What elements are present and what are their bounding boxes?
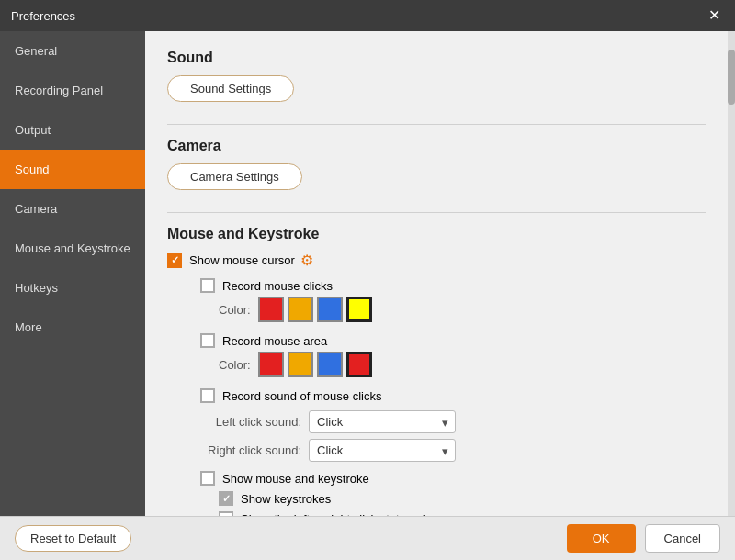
sidebar-item-hotkeys[interactable]: Hotkeys [0,268,145,308]
left-click-sound-select[interactable]: Click [309,410,456,433]
ok-button[interactable]: OK [567,524,636,553]
sound-section-title: Sound [167,50,706,66]
window-title: Preferences [11,9,75,23]
camera-section-title: Camera [167,138,706,154]
sidebar-item-output[interactable]: Output [0,110,145,150]
sidebar-item-sound[interactable]: Sound [0,150,145,189]
content-wrapper: Sound Sound Settings Camera Camera Setti… [145,31,735,516]
left-click-sound-label: Left click sound: [200,415,301,429]
divider-2 [167,212,706,213]
mouse-keystroke-section-title: Mouse and Keystroke [167,226,706,242]
click-colors-row: Color: [200,297,706,322]
record-mouse-area-row: Record mouse area [200,333,706,348]
scrollbar-thumb[interactable] [728,50,735,105]
record-sound-label[interactable]: Record sound of mouse clicks [200,388,381,403]
left-click-select-wrapper: Click [309,410,456,433]
cancel-button[interactable]: Cancel [645,524,720,553]
record-mouse-area-checkbox[interactable] [200,333,215,348]
record-mouse-clicks-row: Record mouse clicks [200,278,706,293]
sidebar: General Recording Panel Output Sound Cam… [0,31,145,516]
right-click-sound-select[interactable]: Click [309,439,456,462]
click-color-red[interactable] [258,297,284,322]
title-bar: Preferences ✕ [0,0,735,31]
record-mouse-area-label[interactable]: Record mouse area [200,333,327,348]
right-click-select-wrapper: Click [309,439,456,462]
show-mouse-keystroke-checkbox[interactable] [200,471,215,486]
area-color-orange[interactable] [288,352,313,377]
area-color-red[interactable] [258,352,284,377]
show-lr-click-row: Show the left or right click status of m… [219,511,706,516]
record-mouse-clicks-checkbox[interactable] [200,278,215,293]
footer: Reset to Default OK Cancel [0,516,735,560]
sound-settings-button[interactable]: Sound Settings [167,75,294,102]
main-content: General Recording Panel Output Sound Cam… [0,31,735,516]
sidebar-item-mouse-keystroke[interactable]: Mouse and Keystroke [0,229,145,268]
reset-to-default-button[interactable]: Reset to Default [15,525,131,552]
show-keystrokes-label[interactable]: Show keystrokes [219,491,331,506]
close-button[interactable]: ✕ [705,6,724,25]
show-keystrokes-checkbox[interactable] [219,491,233,506]
preferences-window: Preferences ✕ General Recording Panel Ou… [0,0,735,560]
gear-icon[interactable]: ⚙ [300,252,313,269]
record-mouse-clicks-label[interactable]: Record mouse clicks [200,278,333,293]
click-color-yellow[interactable] [346,297,372,322]
sidebar-item-more[interactable]: More [0,308,145,347]
camera-settings-button[interactable]: Camera Settings [167,163,302,190]
show-keystrokes-row: Show keystrokes [219,491,706,506]
sidebar-item-general[interactable]: General [0,31,145,71]
click-color-orange[interactable] [288,297,313,322]
show-lr-click-label[interactable]: Show the left or right click status of m… [219,511,465,516]
right-click-sound-row: Right click sound: Click [200,439,706,462]
divider-1 [167,124,706,125]
area-color-red2[interactable] [346,352,372,377]
show-mouse-cursor-label[interactable]: Show mouse cursor [167,253,295,268]
right-click-sound-label: Right click sound: [200,443,301,457]
area-color-blue[interactable] [317,352,343,377]
sidebar-item-recording-panel[interactable]: Recording Panel [0,71,145,110]
show-lr-click-checkbox[interactable] [219,511,233,516]
sidebar-item-camera[interactable]: Camera [0,189,145,229]
show-mouse-cursor-row: Show mouse cursor ⚙ [167,252,706,269]
record-sound-row: Record sound of mouse clicks [200,388,706,403]
footer-right: OK Cancel [567,524,720,553]
area-color-label: Color: [219,358,251,372]
click-color-blue[interactable] [317,297,343,322]
record-sound-checkbox[interactable] [200,388,215,403]
click-color-label: Color: [219,303,251,317]
show-mouse-keystroke-row: Show mouse and keystroke [200,471,706,486]
area-colors-row: Color: [200,352,706,377]
scrollbar-track[interactable] [728,31,735,516]
left-click-sound-row: Left click sound: Click [200,410,706,433]
content-area: Sound Sound Settings Camera Camera Setti… [145,31,728,516]
show-mouse-keystroke-label[interactable]: Show mouse and keystroke [200,471,369,486]
show-mouse-cursor-checkbox[interactable] [167,253,182,268]
